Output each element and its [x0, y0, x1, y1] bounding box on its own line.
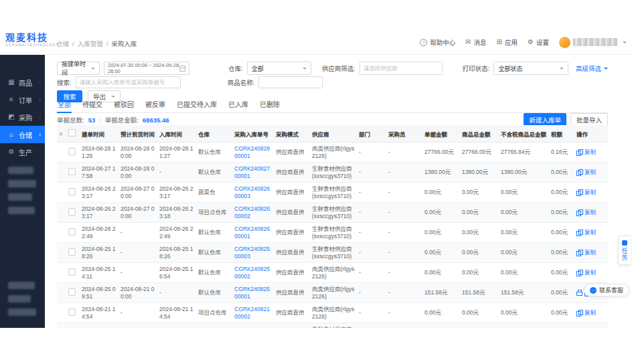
- header-utils: ? 帮助中心 ✉ 消息 ⊞ 应用 ⚙ 设置: [420, 30, 627, 54]
- redacted-menu-item[interactable]: [8, 180, 36, 187]
- redacted-menu-item[interactable]: [8, 308, 36, 316]
- advanced-filter-link[interactable]: 高级筛选: [576, 64, 608, 73]
- order-number-link[interactable]: CGRK24082600001: [234, 225, 270, 239]
- apps-button[interactable]: ⊞ 应用: [497, 37, 518, 47]
- tab-3[interactable]: 被反审: [145, 99, 166, 112]
- copy-icon: [576, 209, 582, 216]
- sidebar-item-2[interactable]: ◩采购›: [0, 108, 45, 126]
- user-menu[interactable]: [559, 37, 627, 48]
- cell-checkbox: [66, 143, 80, 163]
- sidebar-menu: ▦商品›≡订单›◩采购›⌂仓储›⚙生产›: [0, 55, 45, 161]
- order-number-link[interactable]: CGRK24082500002: [234, 266, 270, 279]
- table-row: 2024-08-26 22:49-2024-08-26 22:49默认仓库CGR…: [57, 223, 608, 243]
- redacted-menu-item[interactable]: [8, 167, 33, 174]
- cell-eta: 2024-08-28 00:00: [118, 163, 157, 183]
- production-icon: ⚙: [7, 149, 15, 155]
- doc-amount-label: 单据总金额:: [105, 115, 139, 124]
- row-checkbox[interactable]: [68, 248, 76, 256]
- cell-warehouse: 默认仓库: [196, 223, 232, 243]
- order-number-link[interactable]: CGRK24082700001: [234, 165, 270, 179]
- warehouse-select[interactable]: 全部: [247, 62, 311, 75]
- cell-goods_total: 0.00元: [460, 223, 499, 243]
- row-checkbox[interactable]: [68, 148, 76, 155]
- task-panel-button[interactable]: 任务: [618, 236, 631, 265]
- copy-button[interactable]: 复制: [584, 169, 596, 175]
- row-checkbox[interactable]: [68, 268, 76, 276]
- sidebar-item-4[interactable]: ⚙生产›: [0, 143, 45, 161]
- create-inbound-button[interactable]: 新建入库单: [524, 113, 566, 126]
- print-status-select[interactable]: 全部状态: [493, 62, 568, 75]
- breadcrumb-item[interactable]: 入库管理: [78, 39, 103, 48]
- redacted-menu-item[interactable]: [8, 295, 31, 302]
- order-number-link[interactable]: CGRK24082800001: [234, 145, 270, 159]
- sidebar-item-0[interactable]: ▦商品›: [0, 74, 45, 91]
- cell-stored: 2024-08-25 16:54: [157, 263, 196, 283]
- select-all-checkbox[interactable]: [68, 129, 76, 136]
- breadcrumb-item[interactable]: 仓储: [56, 39, 69, 48]
- contact-support-button[interactable]: ⋯ 联系客服: [584, 284, 629, 296]
- column-header-4: 采购入库单号: [232, 125, 274, 143]
- date-range-input[interactable]: 2024-07-30 00:00 ~ 2024-09-28 26:00: [104, 62, 189, 75]
- copy-button[interactable]: 复制: [584, 269, 596, 276]
- tab-4[interactable]: 已提交待入库: [176, 99, 218, 112]
- tab-1[interactable]: 待提交: [82, 99, 103, 112]
- copy-button[interactable]: 复制: [584, 149, 596, 155]
- cell-buyer: -: [386, 243, 422, 263]
- print-button[interactable]: [576, 290, 582, 296]
- sidebar-item-1[interactable]: ≡订单›: [0, 91, 45, 108]
- purchase-icon: ◩: [7, 114, 15, 120]
- cell-order_no: CGRK24082500002: [232, 263, 274, 283]
- tab-5[interactable]: 已入库: [228, 99, 249, 112]
- cell-tax: [549, 323, 574, 329]
- row-checkbox[interactable]: [68, 168, 76, 175]
- tab-6[interactable]: 已删除: [259, 99, 281, 112]
- cell-spacer: [57, 203, 66, 223]
- bulk-import-button[interactable]: 批量导入: [570, 113, 608, 126]
- messages-button[interactable]: ✉ 消息: [465, 37, 486, 47]
- search-input[interactable]: [76, 76, 181, 88]
- column-settings-icon[interactable]: ≡: [59, 130, 62, 137]
- order-number-link[interactable]: CGRK24082500001: [234, 286, 270, 299]
- row-checkbox[interactable]: [68, 208, 76, 215]
- help-center-button[interactable]: ? 帮助中心: [420, 37, 455, 47]
- redacted-menu-item[interactable]: [8, 193, 32, 201]
- cell-spacer: [57, 183, 66, 203]
- tab-2[interactable]: 被驳回: [113, 99, 135, 112]
- settings-button[interactable]: ⚙ 设置: [528, 37, 549, 47]
- cell-stored: -: [157, 283, 196, 303]
- copy-button[interactable]: 复制: [584, 189, 596, 195]
- column-header-11: 不含税商品总金额: [499, 125, 549, 143]
- breadcrumb-item[interactable]: 采购入库: [111, 39, 137, 48]
- order-number-link[interactable]: CGRK24082600002: [234, 205, 270, 219]
- sidebar-item-3[interactable]: ⌂仓储›: [0, 126, 45, 143]
- product-name-input[interactable]: [258, 76, 323, 88]
- cell-checkbox: [66, 303, 80, 323]
- redacted-menu-item[interactable]: [8, 282, 35, 289]
- row-checkbox[interactable]: [68, 188, 76, 195]
- redacted-menu-item[interactable]: [8, 207, 35, 214]
- cell-mode: 供应商直供: [274, 323, 310, 329]
- cell-checkbox: [66, 223, 80, 243]
- cell-order_no: CGRK24082600002: [232, 203, 274, 223]
- row-checkbox[interactable]: [68, 308, 76, 316]
- order-number-link[interactable]: CGRK24082100002: [234, 306, 270, 319]
- cell-created: 2024-08-26 23:17: [80, 183, 118, 203]
- orders-icon: ≡: [7, 96, 15, 103]
- tab-0[interactable]: 全部: [57, 99, 72, 112]
- copy-button[interactable]: 复制: [584, 249, 596, 256]
- row-actions: 复制: [576, 189, 606, 195]
- row-actions: 复制: [576, 169, 606, 175]
- row-checkbox[interactable]: [68, 288, 76, 296]
- supplier-input[interactable]: [360, 62, 443, 75]
- row-checkbox[interactable]: [68, 228, 76, 236]
- time-field-select[interactable]: 按建单时间: [57, 62, 100, 75]
- order-number-link[interactable]: CGRK24082500003: [234, 246, 270, 259]
- table-row: 2024-08-25 14:11-2024-08-25 16:54默认仓库CGR…: [57, 263, 608, 283]
- copy-button[interactable]: 复制: [584, 229, 596, 236]
- cell-stored: 2024-08-21 14:54: [157, 303, 196, 323]
- order-number-link[interactable]: CGRK24082600003: [234, 185, 270, 199]
- copy-button[interactable]: 复制: [584, 309, 596, 316]
- copy-button[interactable]: 复制: [584, 209, 596, 215]
- cell-eta: 2024-08-27 00:00: [118, 203, 157, 223]
- cell-created: 2024-08-21 14:54: [80, 303, 118, 323]
